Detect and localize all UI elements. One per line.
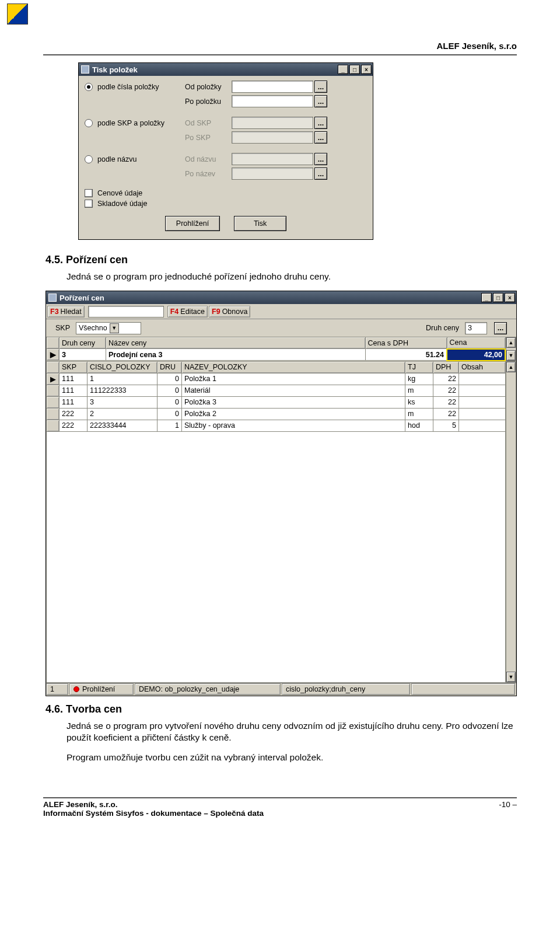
grid-ceny: Druh ceny Název ceny Cena s DPH Cena ▶ 3… xyxy=(46,337,516,361)
toolbar-f9-obnova[interactable]: F9Obnova xyxy=(209,306,250,317)
radio-podle-nazvu-label: podle názvu xyxy=(97,155,185,163)
minimize-button[interactable]: _ xyxy=(338,65,348,74)
scrollbar-vertical[interactable]: ▲ ▼ xyxy=(506,361,516,683)
label-po-polozku: Po položku xyxy=(185,97,232,106)
input-druh-ceny[interactable]: 3 xyxy=(465,322,487,334)
chevron-down-icon: ▼ xyxy=(110,323,119,333)
window-porizeni-cen: Pořízení cen _ □ × F3Hledat F4Editace F9… xyxy=(46,291,517,696)
browse-po-nazev[interactable]: ... xyxy=(314,167,327,180)
window-title: Tisk položek xyxy=(92,65,338,74)
input-od-nazvu xyxy=(232,153,313,165)
input-po-polozku[interactable] xyxy=(232,95,313,107)
radio-podle-skp-label: podle SKP a položky xyxy=(97,119,185,127)
grid-row[interactable]: 22220Položka 2m22 xyxy=(47,408,506,420)
checkbox-cenove-label: Cenové údaje xyxy=(97,189,142,197)
header-company: ALEF Jeseník, s.r.o xyxy=(43,41,517,51)
row-indicator-icon xyxy=(47,385,60,396)
checkbox-skladove-label: Skladové údaje xyxy=(97,200,147,208)
scrollbar-vertical[interactable]: ▲ ▼ xyxy=(506,337,516,361)
footer-page-number: -10 – xyxy=(499,800,517,809)
input-po-skp xyxy=(232,131,313,144)
close-button[interactable]: × xyxy=(505,293,515,302)
status-record: 1 xyxy=(46,683,68,695)
status-dot-icon xyxy=(74,686,79,692)
scroll-down-icon[interactable]: ▼ xyxy=(506,350,516,361)
grid-row[interactable]: ▶11110Položka 1kg22 xyxy=(47,373,506,385)
section-45-body: Jedná se o program pro jednoduché poříze… xyxy=(66,271,517,282)
label-od-nazvu: Od názvu xyxy=(185,155,232,163)
scroll-up-icon[interactable]: ▲ xyxy=(506,362,516,372)
filter-bar: SKP Všechno▼ Druh ceny 3 ... xyxy=(46,319,516,337)
page-footer: ALEF Jeseník, s.r.o. -10 – Informační Sy… xyxy=(43,797,517,818)
window-title: Pořízení cen xyxy=(60,294,481,302)
app-icon xyxy=(81,65,89,74)
button-tisk[interactable]: Tisk xyxy=(234,216,286,231)
scroll-up-icon[interactable]: ▲ xyxy=(506,337,516,348)
label-od-polozky: Od položky xyxy=(185,83,232,91)
row-indicator-icon xyxy=(47,396,60,408)
close-button[interactable]: × xyxy=(361,65,372,74)
toolbar-f4-editace[interactable]: F4Editace xyxy=(167,306,208,317)
radio-podle-nazvu[interactable] xyxy=(85,155,93,163)
checkbox-skladove[interactable] xyxy=(85,200,93,208)
section-45-title: 4.5. Pořízení cen xyxy=(46,254,517,266)
window-tisk-polozek: Tisk položek _ □ × podle čísla položky O… xyxy=(78,62,373,240)
grid-row-selected[interactable]: ▶ 3 Prodejní cena 3 51.24 42,00 xyxy=(47,349,506,361)
browse-od-nazvu[interactable]: ... xyxy=(314,153,327,165)
browse-od-polozky[interactable]: ... xyxy=(314,81,327,93)
maximize-button[interactable]: □ xyxy=(349,65,360,74)
label-po-nazev: Po název xyxy=(185,170,232,178)
row-indicator-icon xyxy=(47,420,60,431)
grid-empty-area xyxy=(46,432,506,683)
radio-podle-cisla[interactable] xyxy=(85,83,93,91)
input-od-skp xyxy=(232,117,313,129)
status-sort: cislo_polozky;druh_ceny xyxy=(282,683,410,695)
browse-po-skp[interactable]: ... xyxy=(314,131,327,144)
maximize-button[interactable]: □ xyxy=(493,293,503,302)
label-po-skp: Po SKP xyxy=(185,134,232,142)
titlebar: Tisk položek _ □ × xyxy=(79,63,373,76)
section-46-body2: Program umožňuje tvorbu cen zúžit na vyb… xyxy=(66,752,517,763)
row-indicator-icon xyxy=(47,408,60,420)
app-icon xyxy=(48,294,57,302)
footer-company: ALEF Jeseník, s.r.o. xyxy=(43,800,118,809)
browse-druh-ceny[interactable]: ... xyxy=(494,322,507,334)
grid-header-row: Druh ceny Název ceny Cena s DPH Cena xyxy=(47,337,506,349)
grid-row[interactable]: 1111112223330Materiálm22 xyxy=(47,385,506,396)
input-po-nazev xyxy=(232,167,313,180)
checkbox-cenove[interactable] xyxy=(85,189,93,197)
combo-skp[interactable]: Všechno▼ xyxy=(76,322,141,334)
browse-od-skp[interactable]: ... xyxy=(314,117,327,129)
header-rule xyxy=(43,54,517,55)
titlebar: Pořízení cen _ □ × xyxy=(46,291,516,304)
grid-row[interactable]: 11130Položka 3ks22 xyxy=(47,396,506,408)
status-bar: 1 Prohlížení DEMO: ob_polozky_cen_udaje … xyxy=(46,683,516,696)
toolbar: F3Hledat F4Editace F9Obnova xyxy=(46,304,516,319)
button-prohlizeni[interactable]: Prohlížení xyxy=(165,216,220,231)
radio-podle-skp[interactable] xyxy=(85,119,93,127)
toolbar-f3-hledat[interactable]: F3Hledat xyxy=(47,306,85,317)
radio-podle-cisla-label: podle čísla položky xyxy=(97,83,185,91)
company-logo xyxy=(7,4,28,25)
row-indicator-icon: ▶ xyxy=(47,349,60,361)
scroll-down-icon[interactable]: ▼ xyxy=(506,672,516,682)
grid-row[interactable]: 2222223334441Služby - opravahod5 xyxy=(47,420,506,431)
minimize-button[interactable]: _ xyxy=(481,293,492,302)
browse-po-polozku[interactable]: ... xyxy=(314,95,327,107)
section-46-title: 4.6. Tvorba cen xyxy=(46,703,517,715)
label-druh-ceny: Druh ceny xyxy=(426,324,459,332)
label-od-skp: Od SKP xyxy=(185,119,232,127)
status-datasource: DEMO: ob_polozky_cen_udaje xyxy=(135,683,281,695)
grid-polozky: SKP CISLO_POLOZKY DRU NAZEV_POLOZKY TJ D… xyxy=(46,361,516,683)
label-skp: SKP xyxy=(55,324,70,332)
section-46-body1: Jedná se o program pro vytvoření nového … xyxy=(66,720,517,743)
grid-header-row: SKP CISLO_POLOZKY DRU NAZEV_POLOZKY TJ D… xyxy=(47,361,506,373)
row-indicator-icon: ▶ xyxy=(47,373,60,385)
input-od-polozky[interactable] xyxy=(232,81,313,93)
footer-subtitle: Informační Systém Sisyfos - dokumentace … xyxy=(43,809,517,818)
search-input[interactable] xyxy=(88,306,164,317)
status-empty xyxy=(411,683,515,695)
status-mode: Prohlížení xyxy=(69,683,134,695)
